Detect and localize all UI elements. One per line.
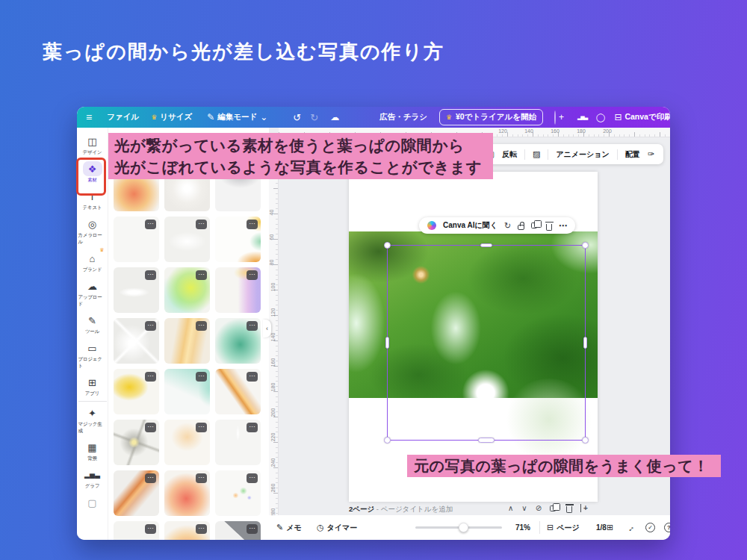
- resize-handle[interactable]: [385, 337, 389, 349]
- grid-view-button[interactable]: ⊞: [607, 515, 613, 540]
- sidebar-item[interactable]: ◎ カメラロール: [78, 215, 107, 247]
- element-thumbnail[interactable]: ⋯: [164, 470, 210, 516]
- thumbnail-more-button[interactable]: ⋯: [145, 372, 156, 382]
- trial-button[interactable]: ♛ ¥0でトライアルを開始: [439, 109, 543, 125]
- sidebar-item[interactable]: ⌂ ♛ ブランド: [78, 249, 107, 275]
- regenerate-icon[interactable]: ↻: [504, 221, 511, 231]
- element-thumbnail[interactable]: ⋯: [164, 267, 210, 313]
- thumbnail-more-button[interactable]: ⋯: [247, 372, 258, 382]
- add-page-button[interactable]: +: [580, 504, 588, 512]
- resize-handle[interactable]: [582, 437, 589, 444]
- fullscreen-button[interactable]: ↔: [626, 515, 634, 540]
- timer-button[interactable]: ◷ タイマー: [317, 515, 357, 540]
- comment-icon[interactable]: ◯: [596, 113, 605, 122]
- element-thumbnail[interactable]: ⋯: [114, 420, 159, 465]
- element-thumbnail[interactable]: ⋯: [114, 369, 159, 414]
- panel-collapse-button[interactable]: ‹: [263, 320, 271, 337]
- thumbnail-more-button[interactable]: ⋯: [145, 524, 156, 534]
- thumbnail-more-button[interactable]: ⋯: [196, 321, 207, 331]
- menu-icon[interactable]: ≡: [86, 111, 92, 123]
- element-thumbnail[interactable]: ⋯: [215, 217, 261, 262]
- resize-handle[interactable]: [582, 242, 589, 249]
- element-thumbnail[interactable]: ⋯: [114, 267, 159, 313]
- resize-button[interactable]: ♛ リサイズ: [151, 112, 192, 122]
- zoom-level[interactable]: 71%: [515, 515, 530, 540]
- resize-handle[interactable]: [478, 438, 495, 443]
- element-thumbnail[interactable]: ⋯: [164, 369, 210, 414]
- thumbnail-more-button[interactable]: ⋯: [247, 220, 258, 229]
- thumbnail-more-button[interactable]: ⋯: [196, 372, 207, 382]
- add-member-button[interactable]: +: [559, 112, 564, 122]
- thumbnail-more-button[interactable]: ⋯: [247, 473, 258, 483]
- animation-button[interactable]: アニメーション: [556, 149, 609, 160]
- sidebar-item[interactable]: ◫ デザイン: [78, 132, 107, 158]
- thumbnail-more-button[interactable]: ⋯: [145, 321, 156, 331]
- sidebar-item[interactable]: ▢: [78, 494, 107, 512]
- element-thumbnail[interactable]: ⋯: [164, 420, 210, 465]
- thumbnail-more-button[interactable]: ⋯: [145, 220, 156, 229]
- element-thumbnail[interactable]: ⋯: [215, 267, 261, 313]
- thumbnail-more-button[interactable]: ⋯: [196, 473, 207, 483]
- duplicate-icon[interactable]: [531, 223, 537, 228]
- resize-handle[interactable]: [384, 437, 391, 444]
- sidebar-item[interactable]: ▦ 背景: [78, 438, 107, 464]
- lock-icon[interactable]: [518, 225, 524, 230]
- move-page-down-button[interactable]: ∨: [521, 504, 527, 512]
- thumbnail-more-button[interactable]: ⋯: [196, 220, 207, 229]
- resize-handle[interactable]: [480, 243, 492, 247]
- element-thumbnail[interactable]: ⋯: [215, 521, 261, 540]
- doc-type-label[interactable]: 広告・チラシ: [379, 112, 427, 122]
- edit-mode-button[interactable]: ✎ 編集モード ⌄: [207, 112, 267, 122]
- thumbnail-more-button[interactable]: ⋯: [196, 423, 207, 432]
- thumbnail-more-button[interactable]: ⋯: [247, 270, 258, 280]
- effects-icon[interactable]: ▨: [533, 149, 540, 159]
- flip-button[interactable]: 反転: [502, 149, 517, 160]
- thumbnail-more-button[interactable]: ⋯: [145, 473, 156, 483]
- resize-handle[interactable]: [583, 337, 587, 349]
- zoom-slider-knob[interactable]: [459, 523, 468, 532]
- element-thumbnail[interactable]: ⋯: [114, 521, 159, 540]
- element-thumbnail[interactable]: ⋯: [114, 217, 159, 262]
- paint-roller-icon[interactable]: ✑: [648, 149, 654, 159]
- move-page-up-button[interactable]: ∧: [508, 504, 513, 512]
- element-thumbnail[interactable]: ⋯: [215, 420, 261, 465]
- element-thumbnail[interactable]: ⋯: [215, 470, 261, 516]
- ask-canva-ai-button[interactable]: Canva AIに聞く: [443, 220, 498, 231]
- thumbnail-more-button[interactable]: ⋯: [196, 270, 207, 280]
- delete-page-icon[interactable]: [566, 506, 572, 513]
- hide-page-button[interactable]: ⊘: [536, 504, 542, 512]
- element-thumbnail[interactable]: ⋯: [215, 369, 261, 414]
- thumbnail-more-button[interactable]: ⋯: [145, 423, 156, 432]
- more-icon[interactable]: ⋯: [559, 221, 567, 231]
- element-thumbnail[interactable]: ⋯: [164, 318, 210, 364]
- element-thumbnail[interactable]: ⋯: [114, 318, 159, 364]
- element-thumbnail[interactable]: ⋯: [164, 217, 210, 262]
- sidebar-item[interactable]: ▭ プロジェクト: [78, 339, 107, 371]
- insights-icon[interactable]: ▂▅▃: [577, 114, 587, 120]
- file-menu[interactable]: ファイル: [107, 112, 139, 122]
- trash-icon[interactable]: [546, 224, 552, 231]
- thumbnail-more-button[interactable]: ⋯: [145, 270, 156, 280]
- element-thumbnail[interactable]: ⋯: [215, 318, 261, 364]
- undo-button[interactable]: ↺: [293, 112, 301, 123]
- notes-button[interactable]: ✎ メモ: [276, 515, 302, 540]
- thumbnail-more-button[interactable]: ⋯: [247, 524, 258, 534]
- thumbnail-more-button[interactable]: ⋯: [247, 321, 258, 331]
- thumbnail-more-button[interactable]: ⋯: [196, 524, 207, 534]
- duplicate-page-icon[interactable]: [550, 505, 556, 511]
- pages-button[interactable]: ⊟ ページ: [547, 515, 580, 540]
- element-thumbnail[interactable]: ⋯: [114, 470, 159, 516]
- sidebar-item[interactable]: ✦ マジック生成: [78, 401, 107, 436]
- selection-box[interactable]: [387, 245, 586, 441]
- sidebar-item[interactable]: ✎ ツール: [78, 311, 107, 337]
- avatar[interactable]: [554, 111, 556, 125]
- sidebar-item[interactable]: ⊞ アプリ: [78, 373, 107, 399]
- position-button[interactable]: 配置: [625, 149, 640, 160]
- help-button[interactable]: ?: [664, 515, 670, 540]
- sidebar-item[interactable]: ▂▅▃ グラフ: [78, 466, 107, 491]
- status-check-button[interactable]: ✓: [645, 515, 655, 540]
- thumbnail-more-button[interactable]: ⋯: [247, 423, 258, 432]
- resize-handle[interactable]: [384, 242, 391, 249]
- element-thumbnail[interactable]: ⋯: [164, 521, 210, 540]
- zoom-slider[interactable]: [415, 526, 502, 529]
